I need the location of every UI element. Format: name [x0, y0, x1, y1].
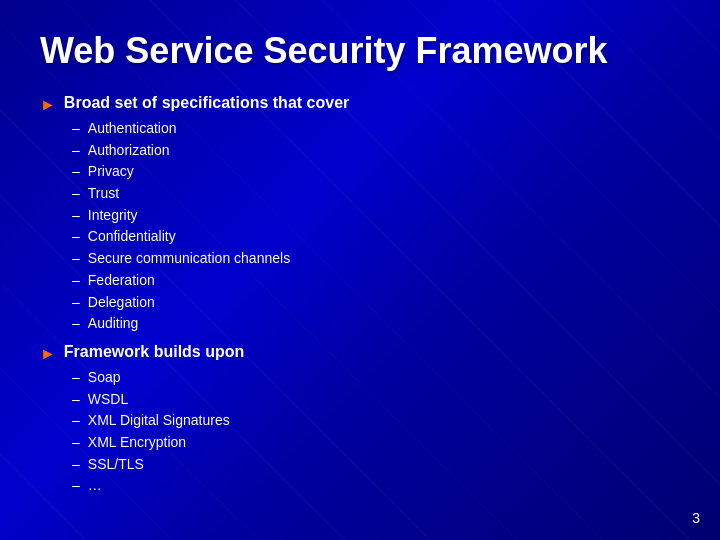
list-item: – Privacy — [68, 161, 680, 183]
sub-bullet-text: Confidentiality — [88, 226, 176, 248]
sub-bullet-text: XML Digital Signatures — [88, 410, 230, 432]
list-item: – Authentication — [68, 118, 680, 140]
sub-bullets-2: – Soap – WSDL – XML Digital Signatures –… — [68, 367, 680, 497]
dash: – — [72, 140, 80, 162]
sub-bullet-text: WSDL — [88, 389, 128, 411]
dash: – — [72, 292, 80, 314]
page-number: 3 — [692, 510, 700, 526]
slide: Web Service Security Framework ► Broad s… — [0, 0, 720, 540]
main-bullet-1: ► Broad set of specifications that cover — [40, 94, 680, 114]
dash: – — [72, 183, 80, 205]
dash: – — [72, 161, 80, 183]
list-item: – Soap — [68, 367, 680, 389]
list-item: – WSDL — [68, 389, 680, 411]
dash: – — [72, 226, 80, 248]
list-item: – XML Encryption — [68, 432, 680, 454]
list-item: – Delegation — [68, 292, 680, 314]
dash: – — [72, 270, 80, 292]
sub-bullets-1: – Authentication – Authorization – Priva… — [68, 118, 680, 335]
dash: – — [72, 410, 80, 432]
sub-bullet-text: Trust — [88, 183, 119, 205]
list-item: – XML Digital Signatures — [68, 410, 680, 432]
sub-bullet-text: … — [88, 475, 102, 497]
list-item: – Secure communication channels — [68, 248, 680, 270]
sub-bullet-text: Delegation — [88, 292, 155, 314]
sub-bullet-text: XML Encryption — [88, 432, 186, 454]
diamond-icon-1: ► — [40, 96, 56, 114]
list-item: – SSL/TLS — [68, 454, 680, 476]
sub-bullet-text: Auditing — [88, 313, 139, 335]
content-section: ► Broad set of specifications that cover… — [40, 94, 680, 505]
dash: – — [72, 389, 80, 411]
main-bullet-text-2: Framework builds upon — [64, 343, 244, 361]
dash: – — [72, 205, 80, 227]
list-item: – … — [68, 475, 680, 497]
dash: – — [72, 475, 80, 497]
dash: – — [72, 248, 80, 270]
dash: – — [72, 454, 80, 476]
list-item: – Integrity — [68, 205, 680, 227]
list-item: – Authorization — [68, 140, 680, 162]
slide-title: Web Service Security Framework — [40, 30, 680, 72]
dash: – — [72, 118, 80, 140]
sub-bullet-text: SSL/TLS — [88, 454, 144, 476]
list-item: – Auditing — [68, 313, 680, 335]
dash: – — [72, 432, 80, 454]
diamond-icon-2: ► — [40, 345, 56, 363]
main-bullet-2: ► Framework builds upon — [40, 343, 680, 363]
sub-bullet-text: Secure communication channels — [88, 248, 290, 270]
sub-bullet-text: Federation — [88, 270, 155, 292]
sub-bullet-text: Authentication — [88, 118, 177, 140]
main-bullet-text-1: Broad set of specifications that cover — [64, 94, 349, 112]
list-item: – Trust — [68, 183, 680, 205]
sub-bullet-text: Privacy — [88, 161, 134, 183]
list-item: – Federation — [68, 270, 680, 292]
sub-bullet-text: Soap — [88, 367, 121, 389]
dash: – — [72, 313, 80, 335]
list-item: – Confidentiality — [68, 226, 680, 248]
sub-bullet-text: Authorization — [88, 140, 170, 162]
dash: – — [72, 367, 80, 389]
sub-bullet-text: Integrity — [88, 205, 138, 227]
